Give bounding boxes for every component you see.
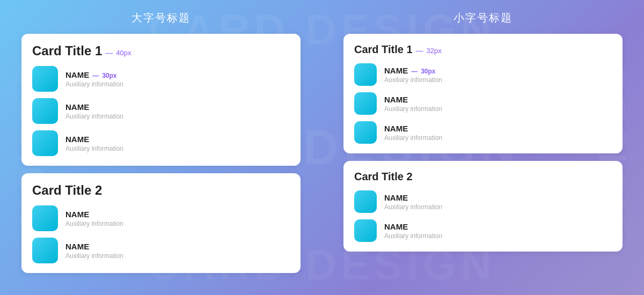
left-card-1-title: Card Title 1 — [32, 43, 102, 58]
list-item: NAME — 30px Auxiliary information — [32, 66, 290, 92]
avatar — [32, 205, 58, 231]
page-layout: 大字号标题 Card Title 1 — 40px NAME — 30px Au… — [0, 0, 644, 295]
item-info: NAME — 30px Auxiliary information — [65, 70, 123, 88]
item-aux: Auxiliary information — [384, 76, 442, 84]
item-name: NAME — [65, 102, 123, 112]
item-size-label: 30px — [421, 68, 435, 75]
item-name: NAME — [65, 242, 123, 251]
avatar — [32, 130, 58, 156]
avatar — [354, 219, 377, 242]
avatar — [354, 63, 377, 86]
left-card-2-title-row: Card Title 2 — [32, 183, 290, 198]
avatar — [32, 66, 58, 92]
item-size-label: 30px — [102, 72, 116, 79]
item-aux: Auxiliary information — [65, 220, 123, 227]
left-card-2: Card Title 2 NAME Auxiliary information … — [21, 173, 301, 273]
item-info: NAME Auxiliary information — [384, 95, 442, 113]
item-info: NAME Auxiliary information — [65, 210, 123, 227]
avatar — [354, 190, 377, 213]
right-card-1-title: Card Title 1 — [354, 43, 413, 56]
list-item: NAME Auxiliary information — [32, 238, 290, 263]
right-card-2-title: Card Title 2 — [354, 171, 413, 183]
list-item: NAME Auxiliary information — [32, 130, 290, 156]
item-name: NAME — [384, 222, 442, 231]
left-card-1-size: 40px — [116, 49, 131, 57]
list-item: NAME Auxiliary information — [32, 205, 290, 231]
item-aux: Auxiliary information — [384, 134, 442, 142]
list-item: NAME Auxiliary information — [32, 98, 290, 124]
right-card-1-size: 32px — [427, 47, 442, 55]
item-name: NAME — [384, 124, 442, 133]
item-aux: Auxiliary information — [384, 232, 442, 240]
item-aux: Auxiliary information — [384, 203, 442, 211]
item-info: NAME Auxiliary information — [65, 102, 123, 120]
left-column-title: 大字号标题 — [131, 11, 191, 25]
item-aux: Auxiliary information — [384, 105, 442, 113]
right-card-2: Card Title 2 NAME Auxiliary information … — [343, 161, 623, 252]
item-aux: Auxiliary information — [65, 113, 123, 120]
right-column-title: 小字号标题 — [453, 11, 513, 25]
list-item: NAME — 30px Auxiliary information — [354, 63, 612, 86]
item-name: NAME — [65, 210, 123, 219]
right-card-2-title-row: Card Title 2 — [354, 171, 612, 183]
list-item: NAME Auxiliary information — [354, 190, 612, 213]
left-card-2-title: Card Title 2 — [32, 183, 102, 198]
item-name: NAME — [384, 95, 442, 104]
item-name: NAME — [384, 193, 442, 202]
left-card-1: Card Title 1 — 40px NAME — 30px Auxiliar… — [21, 34, 301, 166]
avatar — [32, 98, 58, 124]
right-column: 小字号标题 Card Title 1 — 32px NAME — 30px Au… — [322, 0, 644, 295]
item-info: NAME Auxiliary information — [384, 124, 442, 142]
avatar — [354, 92, 377, 115]
right-card-1-title-row: Card Title 1 — 32px — [354, 43, 612, 56]
item-name: NAME — [65, 135, 123, 144]
list-item: NAME Auxiliary information — [354, 121, 612, 144]
item-name: NAME — 30px — [65, 70, 123, 79]
item-aux: Auxiliary information — [65, 80, 123, 88]
left-column: 大字号标题 Card Title 1 — 40px NAME — 30px Au… — [0, 0, 322, 295]
item-info: NAME — 30px Auxiliary information — [384, 66, 442, 84]
right-card-1: Card Title 1 — 32px NAME — 30px Auxiliar… — [343, 34, 623, 153]
avatar — [32, 238, 58, 263]
item-aux: Auxiliary information — [65, 252, 123, 260]
item-info: NAME Auxiliary information — [384, 222, 442, 240]
list-item: NAME Auxiliary information — [354, 219, 612, 242]
left-card-1-title-row: Card Title 1 — 40px — [32, 43, 290, 58]
item-aux: Auxiliary information — [65, 145, 123, 152]
item-info: NAME Auxiliary information — [65, 135, 123, 152]
item-info: NAME Auxiliary information — [65, 242, 123, 260]
avatar — [354, 121, 377, 144]
list-item: NAME Auxiliary information — [354, 92, 612, 115]
item-info: NAME Auxiliary information — [384, 193, 442, 211]
item-name: NAME — 30px — [384, 66, 442, 75]
